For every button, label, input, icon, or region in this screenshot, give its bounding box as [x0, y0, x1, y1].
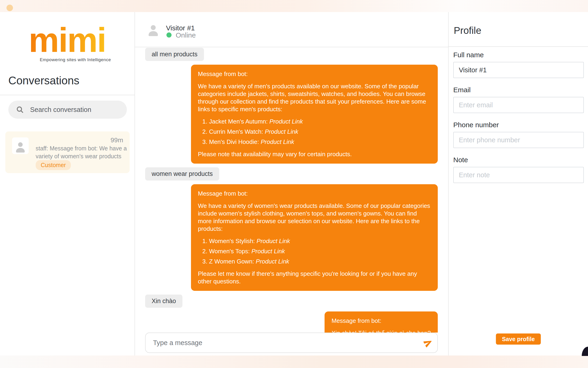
bottom-gradient-band — [0, 356, 588, 368]
product-name: Currin Men's Watch: — [209, 128, 263, 135]
email-label: Email — [453, 86, 584, 94]
product-link[interactable]: Product Link — [261, 138, 294, 145]
profile-divider — [449, 46, 588, 47]
app-window: mimi Empowering sites with Intelligence … — [0, 12, 588, 356]
phone-number-field[interactable] — [453, 132, 584, 148]
phone-number-group: Phone number — [453, 121, 584, 148]
profile-panel: Profile Full name Email Phone number Not… — [448, 12, 588, 356]
conversation-timestamp: 99m — [111, 137, 123, 144]
bot-message: Message from bot: We have a variety of m… — [191, 65, 438, 164]
logo-wordmark: mimi — [29, 21, 106, 59]
full-name-field[interactable] — [453, 62, 584, 78]
send-button[interactable] — [419, 333, 437, 352]
bot-message-footer: Please let me know if there's anything s… — [198, 270, 431, 285]
product-name: Women's Tops: — [209, 248, 250, 255]
bot-message-body: Xin chào! Tôi có thể giúp gì cho bạn? — [332, 329, 431, 332]
conversations-heading: Conversations — [8, 74, 79, 87]
bot-message-body: We have a variety of women's wear produc… — [198, 202, 431, 233]
brand-logo: mimi Empowering sites with Intelligence — [0, 21, 134, 62]
message-input[interactable] — [146, 339, 419, 347]
product-link[interactable]: Product Link — [270, 118, 303, 125]
bot-message-body: We have a variety of men's products avai… — [198, 83, 431, 113]
bot-message-footer: Please note that availability may vary f… — [198, 150, 431, 158]
full-name-group: Full name — [453, 51, 584, 78]
email-group: Email — [453, 86, 584, 113]
visitor-message: all men products — [145, 48, 204, 61]
sidebar: mimi Empowering sites with Intelligence … — [0, 12, 135, 356]
product-list: Women's Stylish: Product Link Women's To… — [198, 237, 431, 265]
product-list-item: Women's Stylish: Product Link — [209, 237, 431, 245]
bot-message: Message from bot: Xin chào! Tôi có thể g… — [325, 312, 438, 332]
search-input[interactable] — [24, 106, 127, 114]
bot-message-title: Message from bot: — [198, 70, 431, 78]
product-list-item: Men's Divi Hoodie: Product Link — [209, 138, 431, 146]
full-name-label: Full name — [453, 51, 584, 59]
favicon-dot — [7, 5, 13, 11]
visitor-avatar — [146, 22, 161, 38]
conversation-list-item[interactable]: 99m staff: Message from bot: We have a v… — [5, 131, 130, 173]
visitor-name: Visitor #1 — [166, 24, 195, 32]
app-page: mimi Empowering sites with Intelligence … — [0, 0, 588, 368]
note-field[interactable] — [453, 167, 584, 183]
save-profile-button[interactable]: Save profile — [496, 333, 541, 345]
bot-message-title: Message from bot: — [198, 190, 431, 197]
product-link[interactable]: Product Link — [256, 258, 289, 265]
product-list-item: Currin Men's Watch: Product Link — [209, 128, 431, 136]
product-list-item: Z Women Gown: Product Link — [209, 258, 431, 265]
top-gradient-band — [0, 0, 588, 12]
profile-title: Profile — [454, 25, 481, 36]
product-list-item: Women's Tops: Product Link — [209, 248, 431, 255]
note-group: Note — [453, 156, 584, 183]
sidebar-divider — [0, 95, 134, 95]
note-label: Note — [453, 156, 584, 164]
online-status-dot — [167, 32, 172, 37]
conversation-search[interactable] — [8, 101, 127, 119]
product-link[interactable]: Product Link — [256, 238, 290, 245]
email-field[interactable] — [453, 97, 584, 113]
chat-panel: Visitor #1 Online all men products Messa… — [135, 12, 448, 356]
product-list: Jacket Men's Autumn: Product Link Currin… — [198, 118, 431, 146]
product-name: Men's Divi Hoodie: — [209, 138, 259, 145]
product-list-item: Jacket Men's Autumn: Product Link — [209, 118, 431, 125]
profile-form: Full name Email Phone number Note — [453, 51, 584, 191]
person-icon — [14, 141, 27, 154]
bot-message-title: Message from bot: — [332, 317, 431, 325]
message-list[interactable]: all men products Message from bot: We ha… — [135, 47, 448, 332]
brand-tagline: Empowering sites with Intelligence — [0, 57, 134, 62]
bot-message: Message from bot: We have a variety of w… — [191, 184, 438, 291]
visitor-message: women wear products — [145, 167, 219, 181]
conversation-preview: staff: Message from bot: We have a varie… — [36, 144, 128, 160]
product-name: Z Women Gown: — [209, 258, 254, 265]
send-icon — [422, 337, 435, 349]
search-icon — [16, 105, 24, 114]
product-name: Jacket Men's Autumn: — [209, 118, 268, 125]
product-link[interactable]: Product Link — [265, 128, 298, 135]
avatar — [12, 138, 29, 154]
online-status-label: Online — [176, 31, 196, 39]
visitor-message: Xin chào — [145, 294, 182, 308]
message-input-bar — [145, 332, 438, 353]
phone-number-label: Phone number — [453, 121, 584, 129]
product-name: Women's Stylish: — [209, 238, 255, 245]
product-link[interactable]: Product Link — [251, 248, 285, 255]
person-icon — [146, 23, 160, 38]
customer-badge: Customer — [36, 160, 71, 170]
